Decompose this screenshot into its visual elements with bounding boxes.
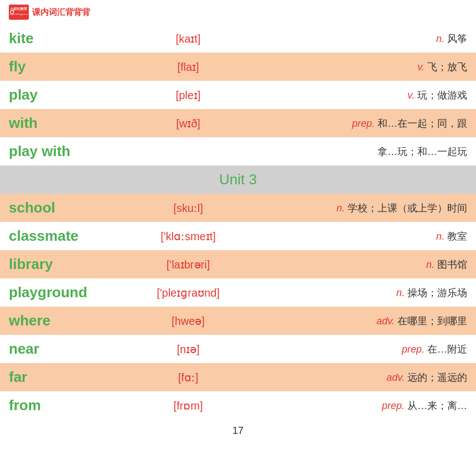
pos-label: prep. <box>382 400 407 411</box>
word-cell: with <box>0 109 122 137</box>
pos-label: v. <box>407 90 417 101</box>
phonetic-cell: ['pleɪɡraʊnd] <box>122 278 255 307</box>
phonetic-cell: [pleɪ] <box>122 81 255 109</box>
table-row: play with拿…玩；和…一起玩 <box>0 137 476 165</box>
pos-label: prep. <box>402 344 427 355</box>
phonetic-cell: [kaɪt] <box>122 24 255 53</box>
svg-rect-0 <box>9 4 29 19</box>
word-cell: far <box>0 363 122 391</box>
header: 21世纪教育 www.21cnjy.com 课内词汇背背背 <box>0 0 476 24</box>
pos-label: n. <box>426 259 437 270</box>
word-cell: play with <box>0 137 122 165</box>
meaning-cell: n. 学校；上课（或上学）时间 <box>255 194 476 222</box>
pos-label: n. <box>436 33 447 44</box>
pos-label: adv. <box>386 372 407 383</box>
meaning-cell: prep. 在…附近 <box>255 335 476 363</box>
pos-label: n. <box>396 287 407 298</box>
table-row: play[pleɪ]v. 玩；做游戏 <box>0 81 476 109</box>
phonetic-cell: [wɪð] <box>122 109 255 137</box>
logo-area: 21世纪教育 www.21cnjy.com 课内词汇背背背 <box>9 4 90 20</box>
vocab-table: kite[kaɪt]n. 风筝fly[flaɪ]v. 飞；放飞play[pleɪ… <box>0 24 476 420</box>
table-row: where[hweə]adv. 在哪里；到哪里 <box>0 307 476 335</box>
svg-text:21世纪教育: 21世纪教育 <box>11 7 27 11</box>
word-cell: near <box>0 335 122 363</box>
phonetic-cell: ['laɪbrəri] <box>122 250 255 278</box>
word-cell: playground <box>0 278 122 307</box>
table-row: kite[kaɪt]n. 风筝 <box>0 24 476 53</box>
pos-label: n. <box>337 203 348 214</box>
meaning-cell: prep. 和…在一起；同，跟 <box>255 109 476 137</box>
table-row: playground['pleɪɡraʊnd]n. 操场；游乐场 <box>0 278 476 307</box>
meaning-cell: n. 教室 <box>255 222 476 250</box>
word-cell: classmate <box>0 222 122 250</box>
unit-header: Unit 3 <box>0 165 476 194</box>
meaning-cell: adv. 远的；遥远的 <box>255 363 476 391</box>
phonetic-cell: [nɪə] <box>122 335 255 363</box>
word-cell: fly <box>0 53 122 81</box>
meaning-cell: n. 操场；游乐场 <box>255 278 476 307</box>
word-cell: play <box>0 81 122 109</box>
pos-label: prep. <box>352 118 377 129</box>
svg-text:www.21cnjy.com: www.21cnjy.com <box>10 13 28 15</box>
pos-label: n. <box>436 231 447 242</box>
meaning-cell: adv. 在哪里；到哪里 <box>255 307 476 335</box>
phonetic-cell <box>122 137 255 165</box>
word-cell: where <box>0 307 122 335</box>
table-row: from[frɒm]prep. 从…来；离… <box>0 391 476 420</box>
word-cell: school <box>0 194 122 222</box>
meaning-cell: 拿…玩；和…一起玩 <box>255 137 476 165</box>
meaning-cell: v. 飞；放飞 <box>255 53 476 81</box>
phonetic-cell: [fɑː] <box>122 363 255 391</box>
phonetic-cell: ['klɑːsmeɪt] <box>122 222 255 250</box>
word-cell: from <box>0 391 122 420</box>
table-row: Unit 3 <box>0 165 476 194</box>
pos-label: v. <box>417 61 427 73</box>
meaning-cell: prep. 从…来；离… <box>255 391 476 420</box>
phonetic-cell: [frɒm] <box>122 391 255 420</box>
meaning-cell: n. 风筝 <box>255 24 476 53</box>
phonetic-cell: [flaɪ] <box>122 53 255 81</box>
table-row: school[skuːl]n. 学校；上课（或上学）时间 <box>0 194 476 222</box>
meaning-cell: n. 图书馆 <box>255 250 476 278</box>
table-row: far[fɑː]adv. 远的；遥远的 <box>0 363 476 391</box>
table-row: with[wɪð]prep. 和…在一起；同，跟 <box>0 109 476 137</box>
meaning-cell: v. 玩；做游戏 <box>255 81 476 109</box>
table-row: near[nɪə]prep. 在…附近 <box>0 335 476 363</box>
header-title: 课内词汇背背背 <box>32 7 90 18</box>
table-row: classmate['klɑːsmeɪt]n. 教室 <box>0 222 476 250</box>
word-cell: kite <box>0 24 122 53</box>
word-cell: library <box>0 250 122 278</box>
pos-label: adv. <box>376 315 397 327</box>
phonetic-cell: [hweə] <box>122 307 255 335</box>
table-row: library['laɪbrəri]n. 图书馆 <box>0 250 476 278</box>
logo-icon: 21世纪教育 www.21cnjy.com <box>9 4 29 20</box>
table-row: fly[flaɪ]v. 飞；放飞 <box>0 53 476 81</box>
page-number: 17 <box>0 420 476 442</box>
phonetic-cell: [skuːl] <box>122 194 255 222</box>
